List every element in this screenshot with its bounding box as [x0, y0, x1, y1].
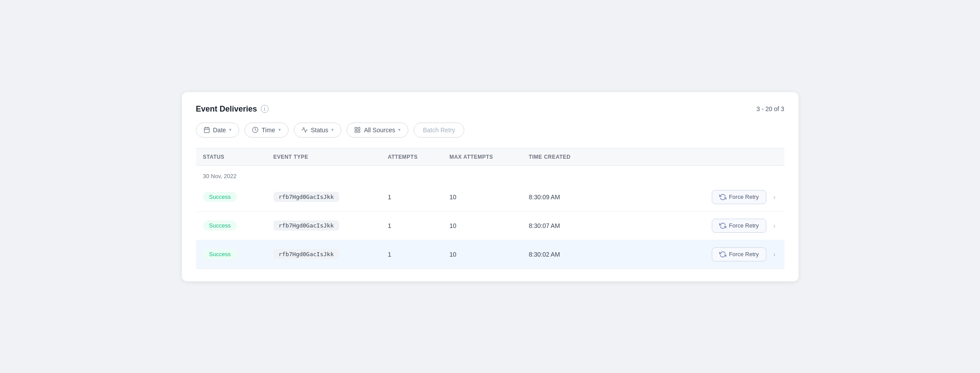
filters-row: Date ▾ Time ▾ Status ▾ All Sources ▾ Ba: [196, 123, 784, 138]
date-chevron-icon: ▾: [229, 127, 232, 133]
status-filter-label: Status: [311, 127, 329, 134]
grid-icon: [354, 127, 361, 133]
time-filter-label: Time: [262, 127, 275, 134]
all-sources-filter-button[interactable]: All Sources ▾: [347, 123, 408, 138]
max-attempts-cell: 10: [450, 251, 529, 258]
batch-retry-label: Batch Retry: [423, 127, 455, 134]
force-retry-label: Force Retry: [729, 194, 759, 200]
attempts-cell: 1: [388, 194, 450, 201]
force-retry-button[interactable]: Force Retry: [712, 247, 766, 261]
event-type-cell: rfb7Hgd0GacIsJkk: [274, 220, 388, 231]
force-retry-label: Force Retry: [729, 251, 759, 257]
date-filter-label: Date: [213, 127, 226, 134]
svg-rect-0: [204, 128, 209, 133]
force-retry-label: Force Retry: [729, 222, 759, 229]
all-sources-filter-label: All Sources: [364, 127, 395, 134]
table-header: STATUS EVENT TYPE ATTEMPTS MAX ATTEMPTS …: [196, 148, 784, 166]
status-badge: Success: [203, 249, 237, 259]
retry-icon: [719, 222, 726, 229]
attempts-cell: 1: [388, 251, 450, 258]
date-group-label: 30 Nov, 2022: [196, 166, 784, 183]
event-type-badge: rfb7Hgd0GacIsJkk: [274, 249, 339, 259]
row-chevron-icon[interactable]: ›: [772, 220, 777, 231]
date-filter-button[interactable]: Date ▾: [196, 123, 240, 138]
max-attempts-cell: 10: [450, 194, 529, 201]
title-text: Event Deliveries: [196, 104, 257, 114]
row-chevron-icon[interactable]: ›: [772, 249, 777, 260]
time-chevron-icon: ▾: [278, 127, 281, 133]
status-chevron-icon: ▾: [331, 127, 334, 133]
retry-icon: [719, 194, 726, 201]
time-created-cell: 8:30:07 AM: [529, 222, 626, 229]
svg-rect-5: [355, 127, 357, 129]
attempts-cell: 1: [388, 222, 450, 229]
svg-rect-7: [355, 131, 357, 132]
batch-retry-button[interactable]: Batch Retry: [414, 123, 464, 138]
col-time-created: TIME CREATED: [529, 154, 626, 160]
col-max-attempts: MAX ATTEMPTS: [450, 154, 529, 160]
col-event-type: EVENT TYPE: [274, 154, 388, 160]
all-sources-chevron-icon: ▾: [398, 127, 401, 133]
status-cell: Success: [203, 249, 274, 259]
calendar-icon: [203, 127, 210, 133]
row-actions: Force Retry ›: [626, 190, 777, 204]
info-icon[interactable]: i: [261, 105, 269, 113]
event-type-badge: rfb7Hgd0GacIsJkk: [274, 220, 339, 231]
header-row: Event Deliveries i 3 - 20 of 3: [196, 104, 784, 114]
status-filter-button[interactable]: Status ▾: [294, 123, 342, 138]
time-created-cell: 8:30:09 AM: [529, 194, 626, 201]
time-filter-button[interactable]: Time ▾: [244, 123, 288, 138]
table-row[interactable]: Success rfb7Hgd0GacIsJkk 1 10 8:30:09 AM…: [196, 183, 784, 212]
event-type-cell: rfb7Hgd0GacIsJkk: [274, 192, 388, 202]
col-actions: [626, 154, 777, 160]
force-retry-button[interactable]: Force Retry: [712, 190, 766, 204]
col-attempts: ATTEMPTS: [388, 154, 450, 160]
page-title: Event Deliveries i: [196, 104, 269, 114]
status-badge: Success: [203, 192, 237, 202]
status-cell: Success: [203, 192, 274, 202]
col-status: STATUS: [203, 154, 274, 160]
status-badge: Success: [203, 220, 237, 231]
time-created-cell: 8:30:02 AM: [529, 251, 626, 258]
retry-icon: [719, 251, 726, 258]
row-chevron-icon[interactable]: ›: [772, 192, 777, 202]
clock-icon: [252, 127, 259, 133]
table-row[interactable]: Success rfb7Hgd0GacIsJkk 1 10 8:30:02 AM…: [196, 240, 784, 269]
max-attempts-cell: 10: [450, 222, 529, 229]
event-deliveries-card: Event Deliveries i 3 - 20 of 3 Date ▾ Ti…: [182, 92, 799, 281]
row-actions: Force Retry ›: [626, 247, 777, 261]
event-type-badge: rfb7Hgd0GacIsJkk: [274, 192, 339, 202]
status-icon: [301, 127, 308, 133]
row-actions: Force Retry ›: [626, 219, 777, 233]
event-type-cell: rfb7Hgd0GacIsJkk: [274, 249, 388, 259]
force-retry-button[interactable]: Force Retry: [712, 219, 766, 233]
table-row[interactable]: Success rfb7Hgd0GacIsJkk 1 10 8:30:07 AM…: [196, 212, 784, 240]
status-cell: Success: [203, 220, 274, 231]
pagination-info: 3 - 20 of 3: [756, 105, 784, 112]
svg-rect-6: [358, 127, 360, 129]
svg-rect-8: [358, 131, 360, 132]
